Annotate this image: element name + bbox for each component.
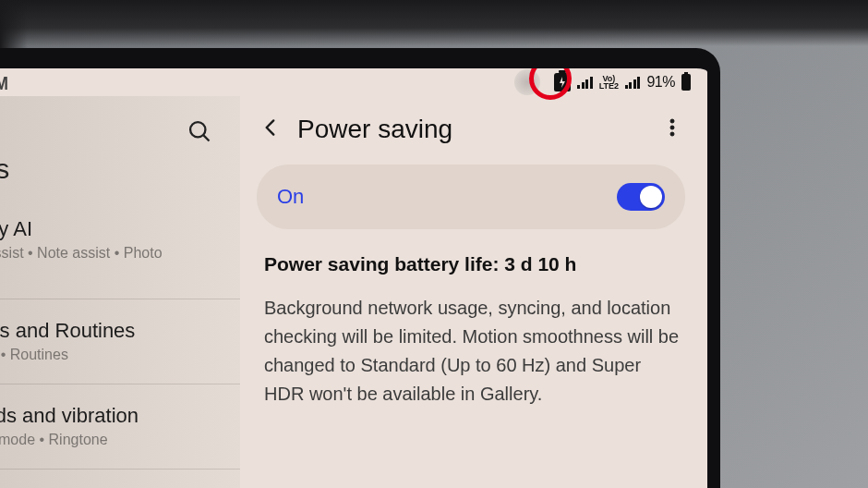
phone-screen: M Vo) LTE2 91% ngs alaxy AI xyxy=(0,48,720,488)
more-options-button[interactable] xyxy=(661,116,683,142)
signal-2-icon xyxy=(625,76,641,89)
battery-icon xyxy=(681,74,691,91)
photo-background-top xyxy=(0,0,868,46)
power-saving-status-icon xyxy=(554,73,571,92)
status-bar: Vo) LTE2 91% xyxy=(0,68,707,96)
search-icon[interactable] xyxy=(187,118,212,148)
settings-item-title: lodes and Routines xyxy=(0,319,225,343)
back-button[interactable] xyxy=(259,116,283,143)
settings-item-galaxy-ai[interactable]: alaxy AI nat assist • Note assist • Phot… xyxy=(0,201,240,295)
page-title: Power saving xyxy=(297,115,646,144)
settings-item-modes-routines[interactable]: lodes and Routines lodes • Routines xyxy=(0,303,240,380)
split-container: ngs alaxy AI nat assist • Note assist • … xyxy=(0,96,707,488)
power-saving-description: Background network usage, syncing, and l… xyxy=(264,294,680,409)
toggle-state-label: On xyxy=(277,185,304,209)
app-bar: Power saving xyxy=(240,96,707,165)
svg-point-2 xyxy=(670,119,674,123)
svg-point-4 xyxy=(670,132,674,136)
network-type-label: Vo) LTE2 xyxy=(599,75,619,90)
battery-life-heading: Power saving battery life: 3 d 10 h xyxy=(264,253,680,275)
power-saving-toggle[interactable] xyxy=(617,183,665,211)
svg-point-3 xyxy=(670,126,674,129)
settings-item-sounds-vibration[interactable]: ounds and vibration ound mode • Ringtone xyxy=(0,388,240,465)
divider xyxy=(0,299,240,299)
power-saving-pane: Power saving On Power saving battery lif… xyxy=(240,96,707,488)
divider xyxy=(0,469,240,470)
settings-item-title: alaxy AI xyxy=(0,217,225,241)
settings-item-title: ounds and vibration xyxy=(0,404,225,428)
settings-item-subtitle: lodes • Routines xyxy=(0,347,225,363)
divider xyxy=(0,384,240,384)
svg-point-0 xyxy=(190,122,205,137)
power-saving-master-toggle-row[interactable]: On xyxy=(257,165,685,229)
power-saving-body: Power saving battery life: 3 d 10 h Back… xyxy=(240,253,707,409)
settings-item-subtitle: nat assist • Note assist • Photo ssist xyxy=(0,245,225,278)
battery-percent-label: 91% xyxy=(646,74,675,91)
settings-list-pane: ngs alaxy AI nat assist • Note assist • … xyxy=(0,96,240,488)
svg-line-1 xyxy=(203,135,209,140)
settings-item-subtitle: ound mode • Ringtone xyxy=(0,432,225,448)
settings-heading: ngs xyxy=(0,153,240,201)
camera-notch-dot xyxy=(514,69,540,95)
signal-1-icon xyxy=(577,76,593,89)
